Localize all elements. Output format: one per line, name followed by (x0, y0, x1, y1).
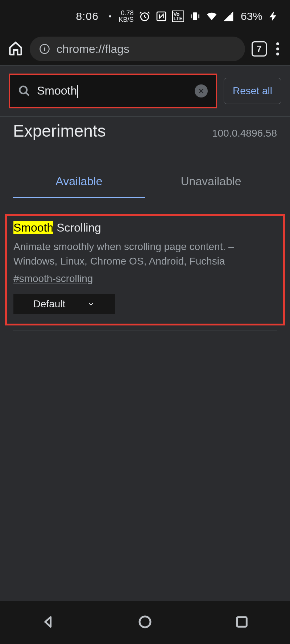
search-icon (18, 85, 30, 97)
circle-icon (138, 615, 152, 629)
chevron-down-icon (87, 300, 95, 308)
text-cursor (77, 85, 78, 98)
search-input[interactable]: Smooth (10, 75, 216, 107)
close-icon (198, 88, 204, 94)
home-button-nav[interactable] (138, 615, 152, 631)
back-icon (41, 615, 55, 629)
clear-search-button[interactable] (195, 84, 208, 97)
alarm-icon (139, 11, 150, 22)
svg-point-6 (140, 616, 150, 627)
vibrate-icon (189, 11, 201, 22)
search-highlight-box: Smooth (9, 74, 217, 108)
chrome-version: 100.0.4896.58 (212, 128, 277, 139)
home-icon (8, 41, 23, 56)
flag-description: Animate smoothly when scrolling page con… (13, 240, 277, 269)
tabs: Available Unavailable (13, 166, 277, 198)
tab-switcher-button[interactable]: 7 (252, 41, 267, 57)
reset-all-button[interactable]: Reset all (224, 78, 281, 104)
tab-unavailable[interactable]: Unavailable (145, 166, 277, 198)
tab-available[interactable]: Available (13, 166, 145, 198)
search-value: Smooth (37, 84, 188, 98)
page-header: Experiments 100.0.4896.58 (0, 116, 290, 155)
flags-page: Smooth Reset all Experiments 100.0.4896.… (0, 65, 290, 601)
flag-title: Smooth Scrolling (13, 221, 277, 234)
address-bar[interactable]: chrome://flags (30, 37, 245, 61)
flag-title-highlight: Smooth (13, 221, 53, 234)
search-row: Smooth Reset all (0, 66, 290, 116)
flag-item-highlight-box: Smooth Scrolling Animate smoothly when s… (5, 214, 285, 325)
info-icon (39, 43, 50, 54)
flag-title-rest: Scrolling (53, 221, 101, 234)
page-title: Experiments (13, 121, 106, 141)
status-bar: 8:06 • 0.78 KB/S VoLTE x 63% (0, 0, 290, 33)
signal-icon: x (223, 11, 234, 22)
overflow-menu-button[interactable] (273, 41, 282, 57)
flag-state-dropdown[interactable]: Default (13, 294, 115, 314)
flag-anchor-link[interactable]: #smooth-scrolling (13, 273, 277, 284)
divider (13, 331, 277, 331)
svg-text:x: x (229, 11, 232, 16)
recents-button[interactable] (235, 615, 249, 631)
home-button[interactable] (8, 41, 23, 57)
wifi-icon (206, 11, 218, 22)
back-button[interactable] (41, 615, 55, 631)
square-icon (235, 615, 249, 629)
url-text: chrome://flags (57, 42, 129, 56)
svg-rect-7 (237, 617, 246, 627)
charging-icon (268, 11, 279, 22)
status-separator-dot: • (109, 12, 112, 21)
volte-icon: VoLTE (172, 11, 184, 22)
svg-point-5 (20, 86, 27, 94)
network-speed-indicator: 0.78 KB/S (119, 10, 134, 23)
svg-rect-2 (193, 12, 197, 20)
browser-toolbar: chrome://flags 7 (0, 33, 290, 65)
nfc-icon (156, 11, 167, 22)
status-time: 8:06 (76, 10, 98, 22)
battery-percent: 63% (241, 10, 262, 22)
tab-count-label: 7 (257, 44, 261, 54)
flag-state-value: Default (33, 298, 66, 310)
system-navigation-bar (0, 601, 290, 644)
